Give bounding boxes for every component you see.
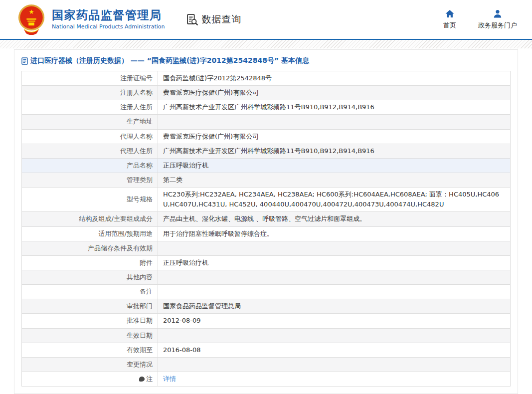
info-table: 注册证编号国食药监械(进)字2012第2542848号注册人名称费雪派克医疗保健…	[21, 71, 511, 387]
info-table-body: 注册证编号国食药监械(进)字2012第2542848号注册人名称费雪派克医疗保健…	[22, 71, 511, 387]
row-value-text: 正压呼吸治疗机	[163, 259, 208, 266]
row-value: 产品由主机、湿化水罐、电源线 、呼吸管路、空气过滤片和面罩组成。	[158, 212, 511, 226]
row-value	[158, 241, 511, 255]
row-label: 审批部门	[22, 299, 158, 314]
row-label: 生效日期	[22, 328, 158, 343]
row-label: 变更情况	[22, 357, 158, 372]
row-value: 正压呼吸治疗机	[158, 255, 511, 270]
row-value: 2016-08-08	[158, 343, 511, 357]
row-label-text: 备注	[140, 288, 153, 295]
table-row: 审批部门国家食品药品监督管理总局	[22, 299, 511, 314]
row-value-text: HC230系列:HC232AEA, HC234AEA, HC238AEA; HC…	[163, 191, 499, 208]
page-title-text: 进口医疗器械（注册历史数据） —— “国食药监械(进)字2012第2542848…	[30, 56, 309, 65]
row-label: 生产地址	[22, 115, 158, 129]
row-label-text: 适用范围/预期用途	[99, 230, 153, 237]
table-row: 附件正压呼吸治疗机	[22, 255, 511, 270]
row-value-text: 产品由主机、湿化水罐、电源线 、呼吸管路、空气过滤片和面罩组成。	[163, 215, 366, 222]
table-row: 产品名称正压呼吸治疗机	[22, 158, 511, 173]
row-label: 注册人名称	[22, 86, 158, 100]
org-name-cn: 国家药品监督管理局	[52, 9, 165, 21]
row-value-text: 国家食品药品监督管理总局	[163, 302, 241, 310]
row-label: 注册人住所	[22, 100, 158, 115]
row-label: 产品储存条件及有效期	[22, 241, 158, 255]
org-title-block: 国家药品监督管理局 National Medical Products Admi…	[52, 9, 165, 29]
svg-text:★: ★	[28, 8, 34, 15]
row-value-text: 费雪派克医疗保健(广州)有限公司	[163, 89, 259, 96]
row-label: 附件	[22, 255, 158, 270]
row-label-text: 变更情况	[127, 361, 153, 368]
row-value: HC230系列:HC232AEA, HC234AEA, HC238AEA; HC…	[158, 188, 511, 212]
row-value-text: 广州高新技术产业开发区广州科学城彩频路11号B910,B912,B914,B91…	[163, 147, 374, 155]
row-label-text: 产品储存条件及有效期	[88, 244, 153, 252]
row-value: 国家食品药品监督管理总局	[158, 299, 511, 314]
row-label-text: 批准日期	[127, 317, 153, 324]
hatch-band	[0, 40, 532, 48]
row-value-text: 2016-08-08	[163, 346, 201, 354]
row-label: 产品名称	[22, 158, 158, 173]
nav-home[interactable]: 首页	[443, 9, 456, 30]
org-name-en: National Medical Products Administration	[52, 23, 165, 30]
row-value: 详情	[158, 372, 511, 386]
table-row: 注册人住所广州高新技术产业开发区广州科学城彩频路11号B910,B912,B91…	[22, 100, 511, 115]
table-row: 其他内容	[22, 270, 511, 284]
row-value: 广州高新技术产业开发区广州科学城彩频路11号B910,B912,B914,B91…	[158, 100, 511, 115]
row-label: 备注	[22, 285, 158, 299]
nmpa-emblem-logo: ★	[17, 4, 46, 35]
row-label-text: 审批部门	[127, 302, 153, 310]
row-value	[158, 270, 511, 284]
row-value: 广州高新技术产业开发区广州科学城彩频路11号B910,B912,B914,B91…	[158, 144, 511, 158]
table-row: 变更情况	[22, 357, 511, 372]
row-value-text: 第二类	[163, 176, 182, 184]
detail-link[interactable]: 详情	[163, 375, 176, 383]
row-label: 注册证编号	[22, 71, 158, 86]
row-label-text: 注册人住所	[120, 103, 153, 111]
nav-service-portal-label: 政务服务门户	[478, 21, 517, 30]
row-value-text: 2012-08-09	[163, 317, 201, 324]
table-row: 注详情	[22, 372, 511, 386]
nav-home-label: 首页	[443, 21, 456, 30]
row-label-text: 结构及组成/主要组成成分	[79, 215, 153, 222]
row-label: 适用范围/预期用途	[22, 226, 158, 241]
row-value: 正压呼吸治疗机	[158, 158, 511, 173]
table-row: 产品储存条件及有效期	[22, 241, 511, 255]
user-icon	[493, 9, 503, 19]
row-value	[158, 328, 511, 343]
row-label-text: 其他内容	[127, 273, 153, 281]
row-label: 管理类别	[22, 173, 158, 187]
data-query-label: 数据查询	[201, 13, 241, 26]
row-value-text: 广州高新技术产业开发区广州科学城彩频路11号B910,B912,B914,B91…	[163, 103, 374, 111]
row-label-text: 代理人名称	[120, 133, 153, 140]
table-row: 结构及组成/主要组成成分产品由主机、湿化水罐、电源线 、呼吸管路、空气过滤片和面…	[22, 212, 511, 226]
row-label: 代理人名称	[22, 129, 158, 144]
row-value	[158, 357, 511, 372]
row-value: 用于治疗阻塞性睡眠呼吸暂停综合症。	[158, 226, 511, 241]
home-icon	[445, 9, 455, 19]
row-label-text: 附件	[140, 259, 153, 266]
table-row: 适用范围/预期用途用于治疗阻塞性睡眠呼吸暂停综合症。	[22, 226, 511, 241]
row-value	[158, 115, 511, 129]
content-card: 进口医疗器械（注册历史数据） —— “国食药监械(进)字2012第2542848…	[14, 49, 518, 394]
table-row: 生效日期	[22, 328, 511, 343]
row-value-text: 正压呼吸治疗机	[163, 162, 208, 169]
nav-service-portal[interactable]: 政务服务门户	[478, 9, 517, 30]
row-label: 结构及组成/主要组成成分	[22, 212, 158, 226]
row-value: 第二类	[158, 173, 511, 187]
row-label-text: 产品名称	[127, 162, 153, 169]
row-value-text: 用于治疗阻塞性睡眠呼吸暂停综合症。	[163, 230, 273, 237]
row-value-text: 国食药监械(进)字2012第2542848号	[163, 74, 272, 82]
row-value: 国食药监械(进)字2012第2542848号	[158, 71, 511, 86]
table-row: 有效期至2016-08-08	[22, 343, 511, 357]
header: ★ 国家药品监督管理局 National Medical Products Ad…	[0, 0, 532, 39]
document-search-icon	[185, 13, 199, 26]
document-icon	[21, 57, 28, 65]
row-label-text: 生效日期	[127, 332, 153, 339]
page-title: 进口医疗器械（注册历史数据） —— “国食药监械(进)字2012第2542848…	[14, 50, 518, 71]
table-row: 型号规格HC230系列:HC232AEA, HC234AEA, HC238AEA…	[22, 188, 511, 212]
row-label: 注	[22, 372, 158, 386]
row-label-text: 管理类别	[127, 176, 153, 184]
table-row: 代理人名称费雪派克医疗保健(广州)有限公司	[22, 129, 511, 144]
row-value-text: 费雪派克医疗保健(广州)有限公司	[163, 133, 259, 140]
table-row: 备注	[22, 285, 511, 299]
data-query-section[interactable]: 数据查询	[185, 13, 241, 26]
row-label: 代理人住所	[22, 144, 158, 158]
